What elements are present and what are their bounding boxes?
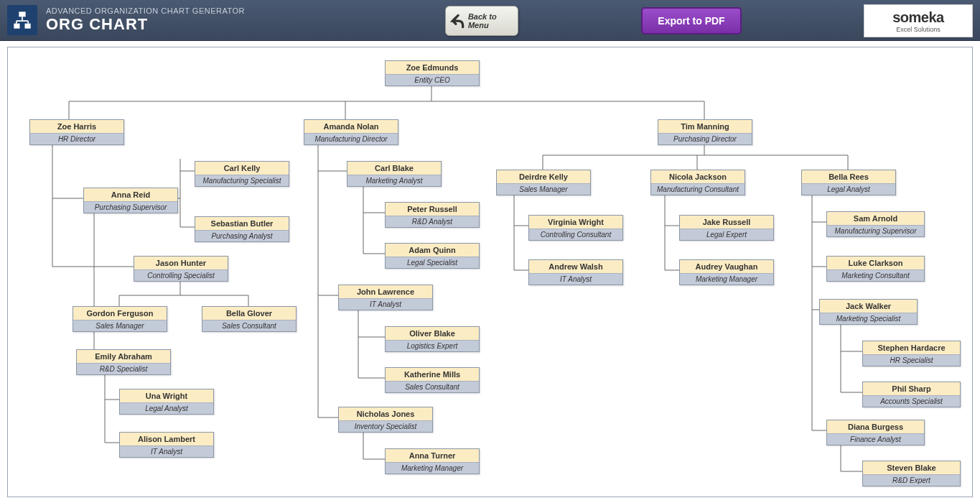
node-name: Luke Clarkson — [827, 257, 924, 270]
org-node-audrey[interactable]: Audrey VaughanMarketing Manager — [679, 259, 774, 285]
org-node-hr[interactable]: Zoe HarrisHR Director — [29, 119, 124, 145]
svg-rect-1 — [14, 24, 19, 29]
node-name: Emily Abraham — [77, 350, 170, 364]
org-node-adam[interactable]: Adam QuinnLegal Specialist — [385, 243, 480, 269]
org-node-una[interactable]: Una WrightLegal Analyst — [119, 389, 214, 415]
node-name: Katherine Mills — [386, 368, 479, 382]
org-node-seb[interactable]: Sebastian ButlerPurchasing Analyst — [195, 216, 289, 242]
node-role: Marketing Consultant — [827, 270, 924, 281]
org-node-stephen[interactable]: Stephen HardacreHR Specialist — [862, 341, 961, 366]
node-name: Carl Blake — [347, 162, 441, 175]
org-node-bellag[interactable]: Bella GloverSales Consultant — [202, 306, 297, 332]
org-node-diana[interactable]: Diana BurgessFinance Analyst — [826, 420, 925, 446]
node-role: Legal Specialist — [386, 257, 479, 268]
node-name: Jake Russell — [680, 216, 773, 229]
node-role: Controlling Consultant — [529, 229, 622, 240]
node-name: Amanda Nolan — [304, 120, 398, 134]
svg-rect-2 — [25, 24, 31, 29]
back-to-menu-button[interactable]: Back to Menu — [445, 6, 518, 36]
node-role: Legal Expert — [680, 229, 773, 240]
org-node-john[interactable]: John LawrenceIT Analyst — [338, 285, 433, 310]
node-role: IT Analyst — [529, 274, 622, 285]
org-node-emily[interactable]: Emily AbrahamR&D Specialist — [76, 349, 171, 375]
node-name: Anna Reid — [84, 188, 177, 202]
node-role: IT Analyst — [339, 299, 432, 310]
org-node-andrew[interactable]: Andrew WalshIT Analyst — [528, 259, 623, 285]
org-node-jason[interactable]: Jason HunterControlling Specialist — [134, 256, 228, 282]
org-node-pur[interactable]: Tim ManningPurchasing Director — [658, 119, 752, 145]
org-node-steven[interactable]: Steven BlakeR&D Expert — [862, 461, 961, 486]
export-label: Export to PDF — [658, 15, 724, 27]
brand-name: someka — [892, 9, 944, 26]
org-node-mfg[interactable]: Amanda NolanManufacturing Director — [304, 119, 398, 145]
node-role: Marketing Manager — [680, 274, 773, 285]
org-node-annat[interactable]: Anna TurnerMarketing Manager — [385, 448, 480, 474]
node-name: Zoe Harris — [30, 120, 123, 134]
org-node-jack[interactable]: Jack WalkerMarketing Specialist — [819, 299, 918, 325]
node-name: Peter Russell — [386, 203, 479, 216]
org-node-kath[interactable]: Katherine MillsSales Consultant — [385, 367, 480, 393]
page-title: ORG CHART — [46, 15, 245, 34]
org-node-gordon[interactable]: Gordon FergusonSales Manager — [73, 306, 167, 332]
export-pdf-button[interactable]: Export to PDF — [641, 7, 742, 34]
subtitle: ADVANCED ORGANIZATION CHART GENERATOR — [46, 6, 245, 15]
node-name: Audrey Vaughan — [680, 260, 773, 274]
node-name: Sebastian Butler — [195, 217, 289, 231]
org-node-nich[interactable]: Nicholas JonesInventory Specialist — [338, 407, 433, 433]
node-role: Finance Analyst — [827, 434, 924, 445]
org-node-bellar[interactable]: Bella ReesLegal Analyst — [801, 170, 896, 195]
back-label: Back to Menu — [468, 12, 518, 29]
back-arrow-icon — [446, 9, 468, 32]
node-role: Marketing Manager — [386, 463, 479, 474]
org-node-anna[interactable]: Anna ReidPurchasing Supervisor — [83, 188, 178, 213]
node-role: HR Director — [30, 134, 123, 144]
node-name: Carl Kelly — [195, 162, 289, 175]
org-node-jaker[interactable]: Jake RussellLegal Expert — [679, 215, 774, 241]
node-name: Gordon Ferguson — [73, 307, 167, 320]
node-name: Tim Manning — [658, 120, 752, 134]
org-node-carlb[interactable]: Carl BlakeMarketing Analyst — [347, 161, 442, 187]
brand-tag: Excel Solutions — [896, 26, 941, 33]
org-node-sam[interactable]: Sam ArnoldManufacturing Supervisor — [826, 211, 925, 237]
node-name: Jack Walker — [820, 300, 917, 313]
node-name: Stephen Hardacre — [863, 341, 960, 355]
node-name: Anna Turner — [386, 449, 479, 463]
node-role: HR Specialist — [863, 355, 960, 366]
node-name: John Lawrence — [339, 285, 432, 299]
node-role: Sales Consultant — [386, 382, 479, 392]
node-role: Legal Analyst — [802, 184, 895, 195]
node-role: IT Analyst — [120, 446, 213, 457]
node-name: Adam Quinn — [386, 244, 479, 257]
node-name: Oliver Blake — [386, 327, 479, 341]
node-name: Sam Arnold — [827, 212, 924, 226]
org-node-peter[interactable]: Peter RussellR&D Analyst — [385, 202, 480, 228]
node-role: Sales Manager — [73, 320, 167, 331]
node-role: Purchasing Supervisor — [84, 202, 177, 213]
org-node-nicola[interactable]: Nicola JacksonManufacturing Consultant — [650, 170, 745, 195]
node-name: Bella Rees — [802, 170, 895, 184]
node-role: Manufacturing Specialist — [195, 175, 289, 186]
node-role: Purchasing Analyst — [195, 231, 289, 241]
org-node-phil[interactable]: Phil SharpAccounts Specialist — [862, 382, 961, 407]
org-node-virginia[interactable]: Virginia WrightControlling Consultant — [528, 215, 623, 241]
node-role: Manufacturing Consultant — [651, 184, 745, 195]
svg-rect-0 — [19, 11, 25, 17]
org-node-oliver[interactable]: Oliver BlakeLogistics Expert — [385, 326, 480, 352]
org-node-carlk[interactable]: Carl KellyManufacturing Specialist — [195, 161, 289, 187]
node-role: R&D Analyst — [386, 216, 479, 227]
titles: ADVANCED ORGANIZATION CHART GENERATOR OR… — [46, 6, 245, 34]
node-name: Deirdre Kelly — [497, 170, 590, 184]
node-role: R&D Specialist — [77, 364, 170, 374]
org-node-alison[interactable]: Alison LambertIT Analyst — [119, 432, 214, 458]
org-node-ceo[interactable]: Zoe EdmundsEntity CEO — [385, 60, 480, 86]
org-node-deirdre[interactable]: Deirdre KellySales Manager — [496, 170, 591, 195]
node-role: Marketing Specialist — [820, 313, 917, 324]
node-name: Zoe Edmunds — [386, 61, 479, 75]
node-role: Inventory Specialist — [339, 421, 432, 432]
org-node-luke[interactable]: Luke ClarksonMarketing Consultant — [826, 256, 925, 282]
node-name: Nicholas Jones — [339, 407, 432, 421]
node-role: Entity CEO — [386, 75, 479, 86]
node-name: Jason Hunter — [134, 257, 228, 270]
node-role: Legal Analyst — [120, 403, 213, 414]
node-name: Nicola Jackson — [651, 170, 745, 184]
